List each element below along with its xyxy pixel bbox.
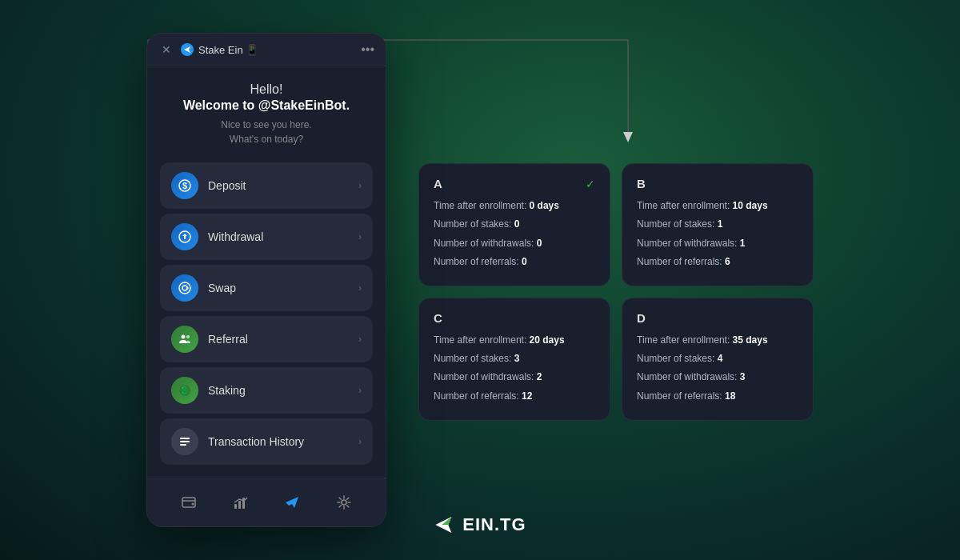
phone-title-area: Stake Ein 📱 bbox=[181, 43, 258, 56]
options-section: A ✓ Time after enrollment: 0 days Number… bbox=[418, 163, 814, 421]
option-a-referrals-value: 0 bbox=[522, 256, 527, 267]
option-d-stakes: Number of stakes: 4 bbox=[637, 351, 798, 366]
svg-rect-23 bbox=[242, 498, 245, 509]
svg-point-20 bbox=[192, 503, 194, 506]
option-a-time: Time after enrollment: 0 days bbox=[434, 198, 595, 214]
staking-chevron: › bbox=[358, 385, 362, 396]
svg-rect-17 bbox=[180, 441, 190, 442]
menu-item-withdrawal[interactable]: Withdrawal › bbox=[160, 214, 373, 260]
option-card-b[interactable]: B Time after enrollment: 10 days Number … bbox=[622, 163, 814, 286]
option-c-withdrawals: Number of withdrawals: 2 bbox=[434, 370, 595, 385]
referral-chevron: › bbox=[358, 334, 362, 345]
option-c-referrals: Number of referrals: 12 bbox=[434, 389, 595, 404]
svg-marker-4 bbox=[184, 46, 190, 53]
option-a-withdrawals-value: 0 bbox=[537, 238, 542, 249]
staking-label: Staking bbox=[208, 384, 246, 397]
brand-footer: EIN.TG bbox=[434, 514, 526, 536]
svg-marker-9 bbox=[182, 234, 187, 236]
option-c-time: Time after enrollment: 20 days bbox=[434, 333, 595, 348]
option-card-d-header: D bbox=[637, 311, 798, 325]
svg-rect-21 bbox=[234, 504, 237, 509]
option-b-stakes-value: 1 bbox=[718, 218, 723, 230]
svg-marker-24 bbox=[286, 497, 298, 508]
option-card-c[interactable]: C Time after enrollment: 20 days Number … bbox=[418, 298, 610, 421]
option-d-letter: D bbox=[637, 311, 646, 325]
option-d-stakes-value: 4 bbox=[718, 353, 723, 364]
welcome-section: Hello! Welcome to @StakeEinBot. Nice to … bbox=[160, 82, 373, 146]
swap-icon bbox=[171, 274, 198, 302]
menu-item-history[interactable]: Transaction History › bbox=[160, 418, 373, 465]
menu-list: $ Deposit › bbox=[160, 162, 373, 465]
option-card-a-header: A ✓ bbox=[434, 177, 595, 190]
svg-point-13 bbox=[186, 335, 190, 338]
footer-gear-icon[interactable] bbox=[330, 488, 358, 517]
phone-mockup: ✕ Stake Ein 📱 ••• Hello! Welcome to @Sta… bbox=[146, 33, 386, 527]
withdrawal-icon bbox=[171, 223, 198, 250]
svg-marker-11 bbox=[187, 286, 189, 290]
option-b-withdrawals: Number of withdrawals: 1 bbox=[637, 236, 798, 251]
option-d-referrals: Number of referrals: 18 bbox=[637, 389, 798, 404]
footer-telegram-icon[interactable] bbox=[278, 488, 306, 517]
options-row-top: A ✓ Time after enrollment: 0 days Number… bbox=[418, 163, 814, 286]
option-b-time: Time after enrollment: 10 days bbox=[637, 198, 798, 214]
option-card-d[interactable]: D Time after enrollment: 35 days Number … bbox=[622, 298, 814, 421]
close-button[interactable]: ✕ bbox=[158, 42, 174, 58]
option-card-c-header: C bbox=[434, 311, 595, 325]
option-b-time-value: 10 days bbox=[733, 200, 768, 211]
option-a-time-value: 0 days bbox=[530, 200, 559, 211]
welcome-sub1: Nice to see you here. bbox=[160, 118, 373, 132]
option-a-stakes-value: 0 bbox=[514, 218, 520, 230]
menu-item-deposit[interactable]: $ Deposit › bbox=[160, 162, 373, 209]
footer-chart-icon[interactable] bbox=[226, 488, 255, 517]
svg-text:$: $ bbox=[182, 181, 187, 190]
option-d-time-value: 35 days bbox=[733, 334, 768, 346]
deposit-chevron: › bbox=[358, 180, 362, 191]
menu-item-withdrawal-left: Withdrawal bbox=[171, 223, 263, 250]
history-chevron: › bbox=[358, 436, 362, 447]
option-c-stakes: Number of stakes: 3 bbox=[434, 351, 595, 366]
menu-item-staking[interactable]: 💲 Staking › bbox=[160, 367, 373, 414]
telegram-icon bbox=[181, 43, 194, 56]
menu-item-swap[interactable]: Swap › bbox=[160, 265, 373, 311]
welcome-bot-name: Welcome to @StakeEinBot. bbox=[160, 98, 373, 113]
option-c-referrals-value: 12 bbox=[522, 390, 532, 402]
option-c-letter: C bbox=[434, 311, 442, 325]
svg-point-25 bbox=[342, 500, 346, 505]
option-a-letter: A bbox=[434, 177, 442, 190]
option-c-stakes-value: 3 bbox=[514, 353, 520, 364]
menu-dots[interactable]: ••• bbox=[361, 42, 374, 57]
option-b-referrals-value: 6 bbox=[725, 256, 730, 267]
option-a-check: ✓ bbox=[586, 178, 595, 190]
phone-content: Hello! Welcome to @StakeEinBot. Nice to … bbox=[147, 66, 386, 478]
option-b-stakes: Number of stakes: 1 bbox=[637, 217, 798, 232]
svg-point-12 bbox=[182, 335, 186, 339]
phone-footer bbox=[147, 478, 386, 526]
svg-rect-19 bbox=[182, 498, 195, 507]
staking-icon: 💲 bbox=[171, 377, 198, 404]
deposit-label: Deposit bbox=[208, 179, 246, 192]
footer-wallet-icon[interactable] bbox=[174, 488, 203, 517]
phone-header-left: ✕ Stake Ein 📱 bbox=[158, 42, 258, 58]
option-b-referrals: Number of referrals: 6 bbox=[637, 254, 798, 270]
menu-item-deposit-left: $ Deposit bbox=[171, 172, 246, 199]
deposit-icon: $ bbox=[171, 172, 198, 199]
withdrawal-label: Withdrawal bbox=[208, 230, 263, 243]
brand-logo-icon bbox=[434, 514, 456, 536]
brand-text: EIN.TG bbox=[462, 514, 526, 535]
swap-label: Swap bbox=[208, 282, 236, 294]
referral-label: Referral bbox=[208, 333, 248, 346]
options-row-bottom: C Time after enrollment: 20 days Number … bbox=[418, 298, 814, 421]
welcome-sub2: What's on today? bbox=[160, 132, 373, 146]
swap-chevron: › bbox=[358, 282, 362, 294]
option-a-referrals: Number of referrals: 0 bbox=[434, 254, 595, 270]
option-b-letter: B bbox=[637, 177, 646, 190]
history-label: Transaction History bbox=[208, 435, 304, 448]
option-d-time: Time after enrollment: 35 days bbox=[637, 333, 798, 348]
svg-text:💲: 💲 bbox=[179, 385, 190, 396]
phone-header: ✕ Stake Ein 📱 ••• bbox=[147, 34, 386, 66]
menu-item-referral[interactable]: Referral › bbox=[160, 316, 373, 362]
option-card-a[interactable]: A ✓ Time after enrollment: 0 days Number… bbox=[418, 163, 610, 286]
option-d-referrals-value: 18 bbox=[725, 390, 735, 402]
option-d-withdrawals: Number of withdrawals: 3 bbox=[637, 370, 798, 385]
option-c-withdrawals-value: 2 bbox=[537, 371, 542, 382]
